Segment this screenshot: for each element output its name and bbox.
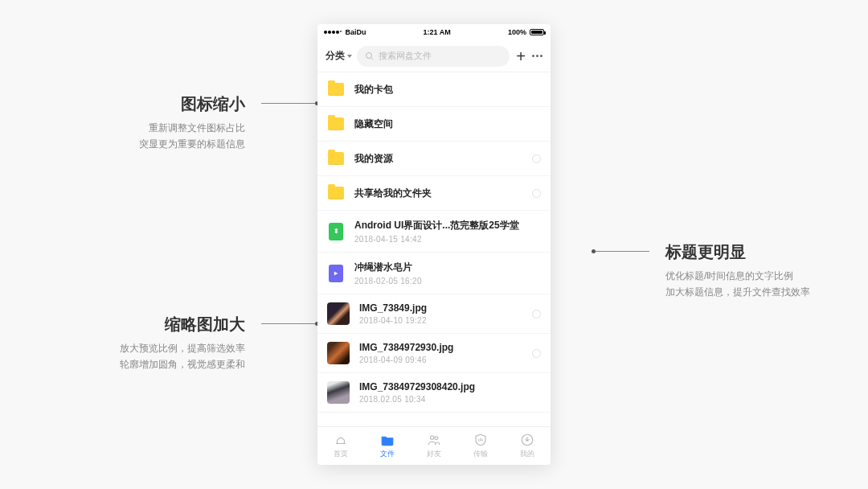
- svg-line-1: [371, 57, 374, 60]
- file-name: 冲绳潜水皂片: [354, 261, 541, 274]
- tab-mine[interactable]: 我的: [504, 427, 551, 465]
- document-icon: ▸: [327, 265, 345, 282]
- tab-bar: 首页文件好友传输我的: [317, 426, 551, 465]
- file-row[interactable]: 我的资源: [317, 142, 551, 176]
- callout-thumbnail-bigger: 缩略图加大 放大预览比例，提高筛选效率 轮廓增加圆角，视觉感更柔和: [96, 314, 317, 373]
- file-name: IMG_7384972930.jpg: [359, 342, 522, 353]
- tab-label: 我的: [520, 449, 534, 459]
- callout-line: [261, 103, 317, 104]
- file-meta: 我的卡包: [354, 83, 541, 97]
- tab-label: 好友: [427, 449, 441, 459]
- file-row[interactable]: IMG_73849729308420.jpg2018.02.05 10:34: [317, 373, 551, 413]
- select-circle[interactable]: [532, 189, 541, 198]
- status-bar: BaiDu 1:21 AM 100%: [317, 24, 551, 40]
- document-icon: ⬍: [327, 223, 345, 240]
- image-thumbnail: [327, 342, 350, 364]
- search-input[interactable]: 搜索网盘文件: [357, 46, 510, 67]
- top-bar: 分类 搜索网盘文件 +: [317, 40, 551, 72]
- callout-line: [261, 323, 317, 324]
- folder-icon: [327, 150, 345, 167]
- file-name: 隐藏空间: [354, 117, 541, 131]
- file-name: 我的资源: [354, 152, 522, 166]
- clock: 1:21 AM: [424, 28, 451, 36]
- search-icon: [365, 51, 375, 61]
- folder-icon: [380, 433, 395, 447]
- image-thumbnail: [327, 302, 350, 325]
- download-icon: [520, 433, 534, 447]
- file-name: 我的卡包: [354, 83, 541, 97]
- file-meta: IMG_73849.jpg2018-04-10 19:22: [359, 302, 522, 325]
- shield-icon: [473, 433, 488, 447]
- callout-icon-smaller: 图标缩小 重新调整文件图标占比 突显更为重要的标题信息: [96, 93, 317, 153]
- file-name: IMG_73849729308420.jpg: [359, 381, 541, 392]
- file-meta: 冲绳潜水皂片2018-02-05 16:20: [354, 261, 541, 286]
- file-row[interactable]: 共享给我的文件夹: [317, 176, 551, 211]
- signal-dots-icon: [324, 31, 342, 34]
- callout-title: 标题更明显: [665, 241, 810, 263]
- file-date: 2018.02.05 10:34: [359, 395, 541, 404]
- tab-label: 文件: [380, 449, 395, 459]
- file-date: 2018-04-15 14:42: [354, 235, 541, 244]
- phone-frame: BaiDu 1:21 AM 100% 分类 搜索网盘文件 + 我的卡包隐藏空间我…: [317, 24, 551, 465]
- callout-title: 缩略图加大: [120, 314, 245, 335]
- file-row[interactable]: 我的卡包: [317, 72, 551, 107]
- svg-point-0: [366, 52, 372, 58]
- file-row[interactable]: IMG_7384972930.jpg2018-04-09 09:46: [317, 334, 551, 373]
- folder-icon: [327, 80, 345, 98]
- tab-home[interactable]: 首页: [317, 427, 364, 465]
- file-list[interactable]: 我的卡包隐藏空间我的资源共享给我的文件夹⬍Android UI界面设计...范完…: [317, 72, 551, 426]
- callout-desc: 放大预览比例，提高筛选效率 轮廓增加圆角，视觉感更柔和: [120, 340, 245, 373]
- file-row[interactable]: ▸冲绳潜水皂片2018-02-05 16:20: [317, 253, 551, 294]
- callout-line: [593, 251, 649, 252]
- folder-icon: [327, 184, 345, 202]
- tab-friends[interactable]: 好友: [411, 427, 457, 465]
- file-meta: IMG_73849729308420.jpg2018.02.05 10:34: [359, 381, 541, 404]
- select-circle[interactable]: [532, 310, 541, 318]
- file-date: 2018-04-10 19:22: [359, 316, 522, 325]
- battery-icon: [530, 29, 544, 35]
- more-button[interactable]: [532, 55, 542, 57]
- image-thumbnail: [327, 381, 350, 404]
- friends-icon: [427, 433, 441, 447]
- category-button[interactable]: 分类: [326, 49, 352, 63]
- folder-icon: [327, 115, 345, 133]
- category-label: 分类: [326, 49, 345, 63]
- file-name: 共享给我的文件夹: [354, 187, 522, 200]
- file-date: 2018-02-05 16:20: [354, 277, 541, 286]
- file-row[interactable]: ⬍Android UI界面设计...范完整版25学堂2018-04-15 14:…: [317, 211, 551, 253]
- tab-transfer[interactable]: 传输: [457, 427, 504, 465]
- tab-files[interactable]: 文件: [364, 427, 411, 465]
- svg-point-2: [431, 436, 435, 440]
- file-meta: IMG_7384972930.jpg2018-04-09 09:46: [359, 342, 522, 364]
- callout-title: 图标缩小: [139, 93, 245, 115]
- file-meta: 我的资源: [354, 152, 522, 166]
- file-name: IMG_73849.jpg: [359, 302, 522, 314]
- callout-title-prominent: 标题更明显 优化标题/时间信息的文字比例 加大标题信息，提升文件查找效率: [553, 241, 810, 301]
- callout-desc: 优化标题/时间信息的文字比例 加大标题信息，提升文件查找效率: [665, 268, 810, 301]
- callout-desc: 重新调整文件图标占比 突显更为重要的标题信息: [139, 120, 245, 153]
- carrier-label: BaiDu: [345, 28, 366, 36]
- battery-percent: 100%: [508, 28, 526, 36]
- file-date: 2018-04-09 09:46: [359, 355, 522, 364]
- add-button[interactable]: +: [514, 48, 527, 64]
- cloud-icon: [334, 433, 348, 447]
- svg-point-3: [435, 437, 438, 440]
- tab-label: 首页: [334, 449, 348, 459]
- select-circle[interactable]: [532, 154, 541, 163]
- file-meta: 隐藏空间: [354, 117, 541, 131]
- chevron-down-icon: [347, 55, 352, 58]
- file-name: Android UI界面设计...范完整版25学堂: [354, 219, 541, 232]
- tab-label: 传输: [473, 449, 488, 459]
- file-meta: Android UI界面设计...范完整版25学堂2018-04-15 14:4…: [354, 219, 541, 244]
- file-row[interactable]: IMG_73849.jpg2018-04-10 19:22: [317, 294, 551, 334]
- file-row[interactable]: 隐藏空间: [317, 107, 551, 142]
- file-meta: 共享给我的文件夹: [354, 187, 522, 200]
- search-placeholder: 搜索网盘文件: [379, 50, 432, 62]
- select-circle[interactable]: [532, 349, 541, 358]
